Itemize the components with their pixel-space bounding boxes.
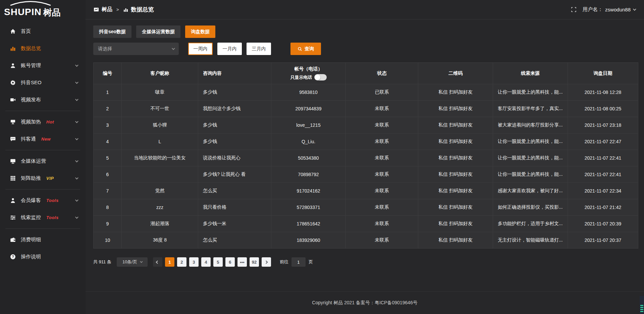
filter-row: 请选择 一周内一月内三月内 查询 — [93, 43, 638, 55]
cell-qrcode[interactable]: 私信 扫码加好友 — [418, 232, 493, 249]
cell-date: 2021-11-07 22:41 — [568, 150, 638, 166]
sidebar-item-clue-monitor[interactable]: 线索监控Tools — [0, 209, 86, 226]
phone-only-toggle[interactable] — [314, 74, 327, 81]
cell-id: 5 — [94, 150, 122, 166]
goto-page-input[interactable] — [291, 257, 306, 267]
cell-qrcode[interactable]: 私信 扫码加好友 — [418, 134, 493, 150]
sidebar: SHUPIN 树品 首页数据总览账号管理抖音SEO视频发布视频加热Hot抖客通N… — [0, 0, 86, 314]
page-button-1[interactable]: 1 — [165, 257, 174, 267]
sidebar-item-label: 视频加热 — [21, 119, 41, 125]
page-button-2[interactable]: 2 — [177, 257, 186, 267]
prev-page-button[interactable] — [153, 257, 162, 267]
cell-source[interactable]: 无主灯设计，智能磁吸轨道灯... — [493, 232, 568, 249]
chevron-down-icon — [633, 7, 636, 11]
page-button-3[interactable]: 3 — [189, 257, 199, 267]
sidebar-item-account-manage[interactable]: 账号管理 — [0, 57, 86, 74]
table-row: 4L多少钱Q_Liu.未联系私信 扫码加好友让你一眼就爱上的黑科技，能...20… — [94, 134, 638, 150]
fullscreen-icon[interactable] — [571, 7, 577, 12]
cell-qrcode[interactable]: 私信 扫码加好友 — [418, 216, 493, 232]
tab-1[interactable]: 全媒体运营数据 — [136, 25, 180, 38]
cell-qrcode[interactable]: 私信 扫码加好友 — [418, 101, 493, 117]
cell-source[interactable]: 让你一眼就爱上的黑科技，能... — [493, 150, 568, 166]
cell-qrcode[interactable]: 私信 扫码加好友 — [418, 150, 493, 166]
cell-id: 2 — [94, 101, 122, 117]
cell-content: 我想问这个多少钱 — [198, 101, 271, 117]
cell-id: 6 — [94, 166, 122, 183]
sidebar-item-badge: New — [41, 137, 51, 142]
username-value: zswodun88 — [605, 7, 631, 12]
cell-source[interactable]: 让你一眼就爱上的黑科技，能... — [493, 134, 568, 150]
cell-id: 9 — [94, 216, 122, 232]
sidebar-item-omni-media[interactable]: 全媒体运营 — [0, 153, 86, 170]
cell-id: 1 — [94, 84, 122, 101]
cell-date: 2021-11-08 12:28 — [568, 84, 638, 101]
cell-status: 未联系 — [346, 117, 418, 134]
sidebar-item-home[interactable]: 首页 — [0, 23, 86, 40]
breadcrumb-root[interactable]: 树品 — [102, 6, 112, 13]
sidebar-item-douyin-seo[interactable]: 抖音SEO — [0, 74, 86, 91]
sidebar-divider — [5, 228, 80, 229]
sidebar-item-data-overview[interactable]: 数据总览 — [0, 40, 86, 57]
cell-account: 183929060 — [271, 232, 346, 249]
cell-source[interactable]: 让你一眼就爱上的黑科技，能... — [493, 84, 568, 101]
svg-text:?: ? — [12, 255, 14, 259]
sidebar-item-matrix-boost[interactable]: 矩阵助推VIP — [0, 170, 86, 187]
period-button-1[interactable]: 一月内 — [217, 43, 242, 55]
cell-source[interactable]: 感谢大家喜欢我家，被问了好... — [493, 183, 568, 199]
cell-id: 3 — [94, 117, 122, 134]
cell-qrcode[interactable]: 私信 扫码加好友 — [418, 166, 493, 183]
sidebar-item-video-heat[interactable]: 视频加热Hot — [0, 113, 86, 130]
cell-qrcode[interactable]: 私信 扫码加好友 — [418, 84, 493, 101]
cell-qrcode[interactable]: 私信 扫码加好友 — [418, 183, 493, 199]
cell-source[interactable]: 多功能护栏灯，适用于乡村文... — [493, 216, 568, 232]
sidebar-divider — [5, 189, 80, 190]
cell-id: 7 — [94, 183, 122, 199]
page-button-5[interactable]: 5 — [213, 257, 223, 267]
user-menu[interactable]: 用户名：zswodun88 — [583, 6, 635, 13]
page-button-4[interactable]: 4 — [201, 257, 211, 267]
next-page-button[interactable] — [262, 257, 271, 267]
tab-0[interactable]: 抖音seo数据 — [93, 25, 131, 38]
sidebar-item-label: 抖音SEO — [21, 80, 42, 86]
search-button[interactable]: 查询 — [290, 43, 321, 55]
cell-account: 2097344839 — [271, 101, 346, 117]
bar-chart-icon — [10, 46, 16, 51]
cell-source[interactable]: 客厅安装投影半年多了，真实... — [493, 101, 568, 117]
home-icon — [10, 29, 16, 34]
cell-nickname: 觉然 — [122, 183, 198, 199]
cell-status: 未联系 — [346, 232, 418, 249]
sidebar-item-douketong[interactable]: 抖客通New — [0, 130, 86, 148]
data-tabs: 抖音seo数据全媒体运营数据询盘数据 — [93, 25, 638, 38]
logo-arc — [9, 1, 52, 6]
goto-label: 前往 — [280, 259, 288, 265]
sidebar-item-consume-detail[interactable]: 消费明细 — [0, 231, 86, 248]
table-body: 1啵章多少钱9583810已联系私信 扫码加好友让你一眼就爱上的黑科技，能...… — [94, 84, 638, 249]
sidebar-item-help[interactable]: ?操作说明 — [0, 248, 86, 265]
cell-nickname: 36度 8 — [122, 232, 198, 249]
tab-2[interactable]: 询盘数据 — [185, 25, 215, 38]
sidebar-item-label: 全媒体运营 — [21, 158, 46, 164]
page-ellipsis-button[interactable]: ••• — [237, 257, 247, 267]
search-icon — [298, 47, 302, 51]
account-select[interactable]: 请选择 — [93, 43, 179, 55]
sidebar-item-video-publish[interactable]: 视频发布 — [0, 91, 86, 108]
cell-source[interactable]: 让你一眼就爱上的黑科技，能... — [493, 166, 568, 183]
cell-source[interactable]: 如何正确选择投影仪，买投影... — [493, 199, 568, 216]
sidebar-item-member-burst[interactable]: 会员爆客Tools — [0, 192, 86, 209]
grid-icon — [10, 175, 16, 181]
period-button-2[interactable]: 三月内 — [247, 43, 271, 55]
cell-qrcode[interactable]: 私信 扫码加好友 — [418, 117, 493, 134]
chat-icon — [10, 136, 16, 142]
sliders-icon — [10, 215, 16, 220]
cell-status: 未联系 — [346, 166, 418, 183]
cell-qrcode[interactable]: 私信 扫码加好友 — [418, 199, 493, 216]
cell-nickname: 潮起潮落 — [122, 216, 198, 232]
copyright-text: Copyright 树品 2021 备案号：粤ICP备09019646号 — [312, 300, 417, 306]
cell-content: 多少钱 — [198, 134, 271, 150]
page-buttons: 123456•••92 — [162, 257, 259, 267]
cell-source[interactable]: 被大家追着问的客厅投影分享... — [493, 117, 568, 134]
page-button-92[interactable]: 92 — [250, 257, 259, 267]
period-button-0[interactable]: 一周内 — [188, 43, 213, 55]
page-button-6[interactable]: 6 — [225, 257, 235, 267]
page-size-select[interactable]: 10条/页 — [117, 257, 148, 267]
